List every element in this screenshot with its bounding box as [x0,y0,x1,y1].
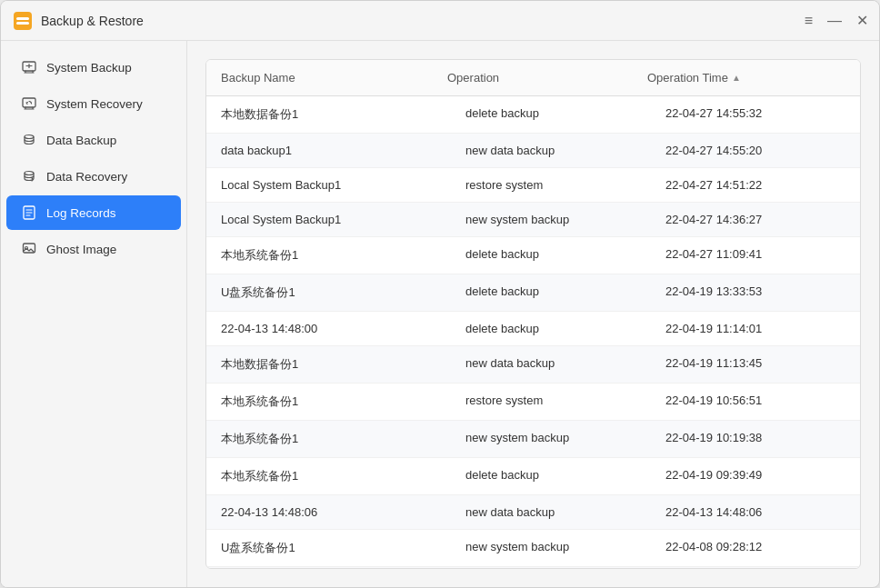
sidebar-item-label-data-recovery: Data Recovery [46,170,127,184]
system-backup-icon [21,59,37,75]
cell-operation: delete backup [451,274,651,311]
table-row[interactable]: 本地数据备份1delete backup22-04-27 14:55:32 [206,96,860,134]
cell-operation-time: 22-04-08 09:28:12 [651,530,860,566]
menu-button[interactable]: ≡ [805,14,813,28]
cell-operation-time: 22-04-27 14:51:22 [651,168,860,202]
cell-backup-name: data backup1 [206,134,451,167]
log-records-icon [21,204,37,221]
scrollbar-header-spacer [842,60,861,95]
cell-operation: delete backup [451,567,651,568]
cell-backup-name: 本地系统备份1 [206,421,451,457]
cell-operation: new system backup [451,203,651,236]
cell-operation-time: 22-04-19 11:13:45 [651,346,860,383]
main-content: System BackupSystem RecoveryData BackupD… [1,41,879,587]
cell-backup-name: 本地系统备份1 [206,237,451,274]
app-window: Backup & Restore ≡ — ✕ System BackupSyst… [0,0,880,588]
sidebar-item-system-recovery[interactable]: System Recovery [6,86,181,121]
svg-rect-4 [23,98,35,107]
cell-operation-time: 22-04-19 10:19:38 [651,421,860,457]
sidebar-item-label-system-recovery: System Recovery [46,97,143,111]
table-row[interactable]: 本地系统备份1new system backup22-04-19 10:19:3… [206,421,860,458]
main-area: Backup Name Operation Operation Time ▲ 本… [187,41,879,587]
system-recovery-icon [21,95,37,112]
svg-rect-0 [14,12,32,30]
cell-operation: restore system [451,384,651,420]
window-controls: ≡ — ✕ [805,14,868,28]
cell-operation: new data backup [451,346,651,383]
ghost-image-icon [21,241,37,257]
title-bar: Backup & Restore ≡ — ✕ [1,1,879,41]
table-row[interactable]: U盘系统备份1delete backup22-04-19 13:33:53 [206,274,860,312]
cell-backup-name: 本地系统备份1 [206,384,451,420]
cell-operation: delete backup [451,312,651,345]
cell-backup-name: 本地数据备份1 [206,96,451,133]
sidebar-item-label-log-records: Log Records [46,206,116,220]
sidebar-item-system-backup[interactable]: System Backup [6,50,181,85]
cell-operation-time: 22-04-27 14:55:32 [651,96,860,133]
column-header-operation-time[interactable]: Operation Time ▲ [633,60,842,95]
svg-rect-1 [16,17,29,20]
data-recovery-icon [21,168,37,184]
cell-backup-name: Local System Backup1 [206,168,451,202]
sidebar-item-ghost-image[interactable]: Ghost Image [6,232,181,266]
sidebar-item-label-data-backup: Data Backup [46,134,116,147]
column-header-backup-name: Backup Name [206,60,433,95]
cell-backup-name: Local System Backup1 [206,203,451,236]
svg-rect-2 [16,22,29,25]
table-row[interactable]: 本地系统备份1delete backup22-04-19 09:39:49 [206,458,860,495]
cell-operation-time: 22-04-27 11:09:41 [651,237,860,274]
table-row[interactable]: 22-04-13 14:48:06new data backup22-04-13… [206,495,860,530]
table-row[interactable]: 22-04-13 14:48:00delete backup22-04-19 1… [206,312,860,346]
table-header: Backup Name Operation Operation Time ▲ [206,60,860,96]
cell-operation: new data backup [451,134,651,167]
cell-operation: restore system [451,168,651,202]
cell-backup-name: U盘系统备份1 [206,274,451,311]
close-button[interactable]: ✕ [856,14,868,28]
cell-operation-time: 22-04-06 18:06:38 [651,567,860,568]
table-row[interactable]: 本地系统备份2delete backup22-04-06 18:06:38 [206,567,860,568]
cell-operation-time: 22-04-19 10:56:51 [651,384,860,420]
cell-operation-time: 22-04-19 11:14:01 [651,312,860,345]
svg-point-5 [25,135,34,139]
cell-operation-time: 22-04-27 14:36:27 [651,203,860,236]
table-body[interactable]: 本地数据备份1delete backup22-04-27 14:55:32dat… [206,96,860,568]
cell-operation: delete backup [451,96,651,133]
sidebar-item-data-recovery[interactable]: Data Recovery [6,159,181,194]
svg-point-6 [25,172,34,175]
cell-operation: new system backup [451,421,651,457]
cell-backup-name: 本地数据备份1 [206,346,451,383]
sidebar-item-data-backup[interactable]: Data Backup [6,123,181,157]
sort-arrow-icon: ▲ [732,73,741,83]
cell-backup-name: 本地系统备份1 [206,458,451,494]
sidebar: System BackupSystem RecoveryData BackupD… [1,41,187,587]
sidebar-item-log-records[interactable]: Log Records [6,195,181,230]
cell-operation-time: 22-04-27 14:55:20 [651,134,860,167]
app-logo [12,10,34,32]
table-row[interactable]: 本地系统备份1delete backup22-04-27 11:09:41 [206,237,860,274]
cell-backup-name: 22-04-13 14:48:06 [206,495,451,529]
cell-operation: delete backup [451,458,651,494]
cell-operation-time: 22-04-19 09:39:49 [651,458,860,494]
cell-operation-time: 22-04-13 14:48:06 [651,495,860,529]
cell-operation: new data backup [451,495,651,529]
log-table: Backup Name Operation Operation Time ▲ 本… [205,59,861,569]
cell-operation-time: 22-04-19 13:33:53 [651,274,860,311]
cell-backup-name: 22-04-13 14:48:00 [206,312,451,345]
app-title: Backup & Restore [41,14,805,28]
cell-operation: new system backup [451,530,651,566]
table-row[interactable]: 本地系统备份1restore system22-04-19 10:56:51 [206,384,860,421]
table-row[interactable]: 本地数据备份1new data backup22-04-19 11:13:45 [206,346,860,384]
table-row[interactable]: Local System Backup1new system backup22-… [206,203,860,237]
cell-backup-name: U盘系统备份1 [206,530,451,566]
data-backup-icon [21,132,37,148]
sidebar-item-label-system-backup: System Backup [46,61,132,75]
table-row[interactable]: U盘系统备份1new system backup22-04-08 09:28:1… [206,530,860,567]
cell-operation: delete backup [451,237,651,274]
sidebar-item-label-ghost-image: Ghost Image [46,243,116,256]
table-row[interactable]: Local System Backup1restore system22-04-… [206,168,860,203]
table-row[interactable]: data backup1new data backup22-04-27 14:5… [206,134,860,168]
minimize-button[interactable]: — [827,14,842,28]
cell-backup-name: 本地系统备份2 [206,567,451,568]
column-header-operation: Operation [433,60,633,95]
